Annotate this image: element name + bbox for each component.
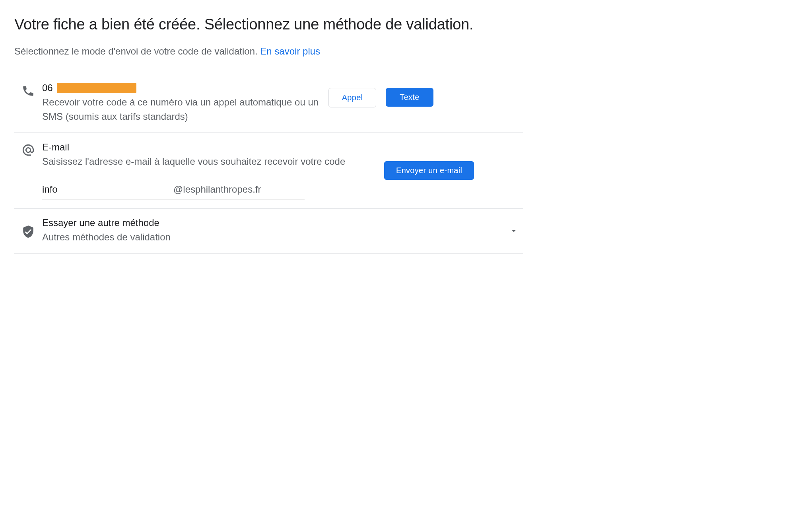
shield-icon-col (14, 223, 42, 238)
chevron-down-icon (509, 226, 519, 236)
email-local-input[interactable] (42, 184, 173, 195)
email-input-field[interactable]: @lesphilanthropes.fr (42, 184, 305, 199)
phone-number-display: 06 (42, 82, 319, 94)
subtitle: Sélectionnez le mode d'envoi de votre co… (14, 46, 523, 57)
email-domain-suffix: @lesphilanthropes.fr (173, 184, 261, 195)
phone-verification-row: 06 Recevoir votre code à ce numéro via u… (14, 74, 523, 133)
shield-check-icon (21, 225, 35, 238)
other-method-title: Essayer une autre méthode (42, 217, 499, 228)
email-title: E-mail (42, 142, 375, 153)
email-description: Saisissez l'adresse e-mail à laquelle vo… (42, 154, 375, 169)
subtitle-text: Sélectionnez le mode d'envoi de votre co… (14, 46, 260, 57)
text-button[interactable]: Texte (386, 88, 433, 107)
learn-more-link[interactable]: En savoir plus (260, 46, 320, 57)
phone-icon (21, 84, 35, 98)
other-method-row[interactable]: Essayer une autre méthode Autres méthode… (14, 209, 523, 254)
call-button[interactable]: Appel (328, 88, 376, 107)
phone-number-prefix: 06 (42, 82, 53, 94)
redacted-phone-number (57, 83, 136, 93)
page-title: Votre fiche a bien été créée. Sélectionn… (14, 14, 523, 35)
send-email-button[interactable]: Envoyer un e-mail (384, 161, 474, 180)
phone-icon-col (14, 82, 42, 98)
email-icon-col (14, 142, 42, 157)
at-sign-icon (21, 143, 35, 157)
phone-description: Recevoir votre code à ce numéro via un a… (42, 95, 319, 124)
email-verification-row: E-mail Saisissez l'adresse e-mail à laqu… (14, 133, 523, 209)
other-method-description: Autres méthodes de validation (42, 230, 499, 244)
